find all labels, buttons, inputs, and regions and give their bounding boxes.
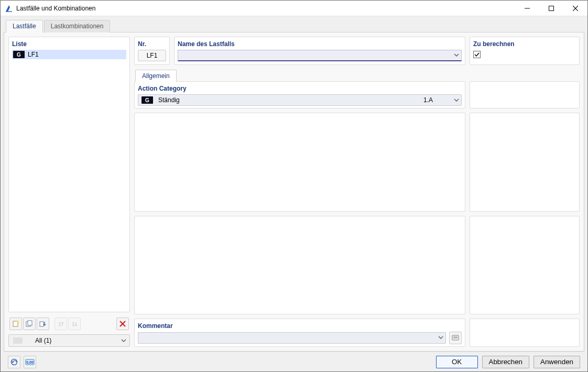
- detail-content: Action Category G Ständig 1.A: [134, 81, 580, 347]
- name-label: Name des Lastfalls: [178, 40, 462, 48]
- chevron-down-icon: [436, 334, 445, 342]
- detail-main: Action Category G Ständig 1.A: [134, 81, 465, 347]
- renumber-asc-icon: [57, 320, 64, 327]
- loadcase-list[interactable]: G LF1: [12, 50, 126, 309]
- side-panel-1: [470, 81, 580, 108]
- cancel-button[interactable]: Abbrechen: [482, 356, 529, 368]
- calc-checkbox[interactable]: [473, 51, 481, 58]
- left-column: Liste G LF1: [8, 37, 130, 347]
- check-icon: [474, 52, 480, 57]
- help-icon: [10, 358, 18, 366]
- filter-swatch: [13, 337, 23, 344]
- filter-select[interactable]: All (1): [8, 334, 130, 347]
- renumber-desc-button: [68, 318, 81, 330]
- dialog-footer: 0,00 OK Abbrechen Anwenden: [4, 352, 584, 371]
- main-tabstrip: Lastfälle Lastkombinationen: [6, 19, 584, 32]
- right-column: Nr. LF1 Name des Lastfalls Zu berechnen: [134, 37, 580, 347]
- nr-panel: Nr. LF1: [134, 37, 170, 65]
- units-button[interactable]: 0,00: [24, 356, 36, 368]
- top-row: Nr. LF1 Name des Lastfalls Zu berechnen: [134, 37, 580, 65]
- side-panel-4: [470, 319, 580, 347]
- comment-row: [138, 332, 462, 344]
- tab-panel: Liste G LF1: [4, 32, 584, 352]
- action-category-select[interactable]: G Ständig 1.A: [138, 94, 462, 106]
- svg-text:0,00: 0,00: [26, 360, 34, 365]
- chevron-down-icon: [121, 338, 126, 343]
- tab-lastkombinationen[interactable]: Lastkombinationen: [44, 20, 111, 32]
- comment-label: Kommentar: [138, 322, 462, 330]
- comment-input[interactable]: [138, 332, 446, 344]
- calc-label: Zu berechnen: [473, 40, 576, 48]
- ok-button[interactable]: OK: [436, 356, 478, 368]
- delete-button[interactable]: [116, 318, 129, 330]
- list-item-label: LF1: [27, 51, 126, 58]
- footer-buttons: OK Abbrechen Anwenden: [436, 356, 580, 368]
- svg-rect-1: [13, 321, 18, 326]
- maximize-button[interactable]: [539, 1, 563, 16]
- app-icon: [5, 4, 13, 13]
- category-badge: G: [141, 96, 153, 104]
- tab-allgemein[interactable]: Allgemein: [135, 70, 177, 82]
- help-button[interactable]: [8, 356, 20, 368]
- tab-lastfaelle[interactable]: Lastfälle: [6, 20, 43, 32]
- units-icon: 0,00: [25, 358, 35, 366]
- detail-side: [470, 81, 580, 347]
- chevron-down-icon: [452, 52, 461, 59]
- list-panel-title: Liste: [12, 40, 126, 48]
- copy-icon: [26, 320, 33, 327]
- filter-value: All (1): [28, 337, 121, 344]
- svg-rect-5: [40, 322, 43, 326]
- list-item[interactable]: G LF1: [12, 50, 126, 59]
- renumber-desc-icon: [71, 320, 78, 327]
- sort-button[interactable]: [37, 318, 49, 330]
- comment-panel: Kommentar: [134, 319, 465, 347]
- minimize-button[interactable]: [515, 1, 539, 16]
- name-panel: Name des Lastfalls: [174, 37, 465, 65]
- renumber-asc-button: [55, 318, 67, 330]
- name-input[interactable]: [178, 50, 462, 61]
- delete-icon: [119, 320, 126, 327]
- list-panel: Liste G LF1: [8, 37, 130, 312]
- copy-button[interactable]: [23, 318, 36, 330]
- calc-panel: Zu berechnen: [470, 37, 580, 65]
- close-button[interactable]: [563, 1, 587, 16]
- action-category-name: Ständig: [155, 96, 423, 104]
- action-category-label: Action Category: [138, 85, 462, 92]
- svg-rect-4: [28, 321, 32, 325]
- svg-rect-0: [549, 6, 554, 10]
- action-category-panel: Action Category G Ständig 1.A: [134, 81, 465, 108]
- category-badge: G: [13, 51, 25, 58]
- comment-library-button[interactable]: [449, 332, 462, 344]
- comment-library-icon: [452, 334, 459, 342]
- new-icon: [12, 320, 19, 327]
- nr-label: Nr.: [138, 40, 166, 48]
- action-category-code: 1.A: [423, 96, 454, 104]
- window-title: Lastfälle und Kombinationen: [16, 5, 515, 12]
- side-panel-3: [470, 216, 580, 315]
- app-window: Lastfälle und Kombinationen Lastfälle La…: [0, 0, 588, 372]
- apply-button[interactable]: Anwenden: [533, 356, 580, 368]
- blank-panel-1: [134, 113, 465, 212]
- titlebar: Lastfälle und Kombinationen: [1, 1, 587, 16]
- new-button[interactable]: [9, 318, 22, 330]
- side-panel-2: [470, 113, 580, 212]
- chevron-down-icon: [454, 97, 459, 103]
- details-area: Allgemein Action Category G Ständig 1.A: [134, 69, 580, 347]
- svg-point-2: [17, 321, 19, 323]
- blank-panel-2: [134, 216, 465, 315]
- nr-value: LF1: [138, 50, 166, 61]
- sort-icon: [39, 320, 47, 327]
- list-toolbar: [8, 315, 130, 331]
- detail-tabstrip: Allgemein: [135, 69, 580, 81]
- dialog-body: Lastfälle Lastkombinationen Liste G LF1: [1, 16, 587, 371]
